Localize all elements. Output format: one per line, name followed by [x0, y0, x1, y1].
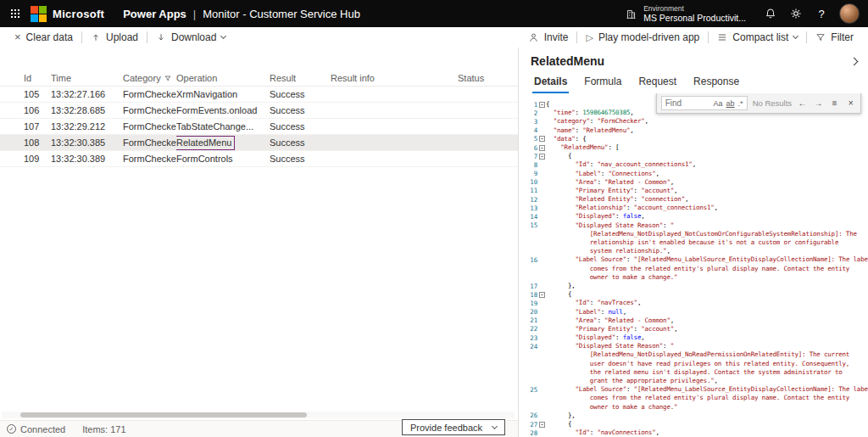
find-previous-icon[interactable]: ← [797, 98, 808, 108]
table-cell[interactable]: Success [270, 89, 331, 99]
line-number: 24 [522, 343, 537, 350]
table-cell[interactable]: 13:32:27.166 [51, 89, 123, 99]
line-number: 19 [522, 300, 537, 307]
environment-picker[interactable]: Environment MS Personal Productivit... [614, 0, 758, 27]
column-header-id[interactable]: Id [24, 73, 51, 83]
settings-button[interactable] [783, 0, 809, 27]
fold-toggle-icon[interactable] [539, 292, 545, 298]
table-cell[interactable]: FormEvents.onload [176, 105, 270, 115]
column-header-operation[interactable]: Operation [176, 73, 270, 83]
table-header: Id Time Category Operation Result Result… [0, 70, 518, 87]
provide-feedback-button[interactable]: Provide feedback [402, 419, 505, 435]
code-line: [RelatedMenu_NotDisplayed_NoReadPermissi… [546, 350, 868, 359]
download-button[interactable]: Download [150, 27, 231, 48]
bell-icon [765, 8, 776, 20]
table-row[interactable]: 10613:32:28.685FormCheckerFormEvents.onl… [0, 103, 518, 119]
table-cell[interactable]: 13:32:29.212 [51, 121, 123, 132]
table-cell[interactable]: XrmNavigation [176, 89, 270, 99]
fold-toggle-icon[interactable] [539, 154, 545, 160]
find-next-icon[interactable]: → [813, 98, 824, 108]
divider [81, 31, 82, 43]
regex-toggle-icon[interactable]: .* [738, 99, 743, 108]
tab-formula[interactable]: Formula [576, 70, 630, 93]
table-cell[interactable]: FormChecker [123, 121, 176, 132]
upload-label: Upload [106, 31, 138, 43]
table-cell[interactable]: RelatedMenu [176, 136, 270, 150]
tab-details[interactable]: Details [526, 70, 576, 93]
table-cell[interactable]: FormChecker [123, 137, 176, 148]
table-cell[interactable]: FormChecker [123, 105, 176, 115]
upload-button[interactable]: Upload [85, 27, 144, 48]
column-header-category[interactable]: Category [123, 73, 176, 83]
table-cell[interactable]: 106 [24, 105, 51, 115]
find-in-selection-icon[interactable]: ≡ [829, 98, 840, 108]
divider [806, 31, 807, 43]
table-cell[interactable]: FormControls [176, 154, 270, 164]
line-number: 8 [522, 161, 537, 169]
code-lines[interactable]: { "time": 1598646750385, "category": "Fo… [546, 100, 868, 437]
microsoft-logo-text: Microsoft [53, 8, 104, 20]
column-header-status[interactable]: Status [458, 73, 518, 83]
waffle-menu-button[interactable] [0, 0, 31, 27]
table-row[interactable]: 10913:32:30.389FormCheckerFormControlsSu… [0, 151, 518, 167]
table-cell[interactable]: Success [270, 137, 331, 148]
collapse-panel-chevron-icon[interactable] [850, 57, 859, 65]
clear-data-button[interactable]: × Clear data [8, 27, 79, 48]
table-cell[interactable]: 13:32:30.385 [51, 137, 123, 148]
table-cell[interactable]: 13:32:30.389 [51, 154, 123, 164]
table-cell[interactable]: 108 [24, 137, 51, 148]
microsoft-logo[interactable]: Microsoft [31, 6, 113, 22]
table-cell[interactable]: Success [270, 105, 331, 115]
tab-request[interactable]: Request [630, 70, 685, 93]
help-button[interactable]: ? [809, 0, 834, 27]
avatar[interactable] [839, 3, 860, 24]
fold-toggle-icon[interactable] [539, 136, 545, 142]
table-cell[interactable]: 109 [24, 154, 51, 164]
table-row[interactable]: 10513:32:27.166FormCheckerXrmNavigationS… [0, 87, 518, 103]
code-line: }, [546, 412, 868, 420]
fold-toggle-icon[interactable] [539, 422, 545, 428]
code-line: comes from the related entity's plural d… [546, 394, 868, 402]
fold-toggle-icon[interactable] [539, 145, 545, 151]
table-cell[interactable]: TabStateChange... [176, 121, 270, 132]
line-number: 1 [522, 101, 537, 109]
selected-operation-cell[interactable]: RelatedMenu [176, 136, 235, 150]
tab-response[interactable]: Response [685, 70, 748, 93]
table-row[interactable]: 10713:32:29.212FormCheckerTabStateChange… [0, 119, 518, 135]
find-close-icon[interactable]: × [845, 98, 856, 108]
json-code-editor[interactable]: Find Aa ab .* No Results ← → ≡ × 1234567… [519, 93, 868, 437]
code-line: { [546, 152, 868, 160]
notifications-button[interactable] [758, 0, 783, 27]
table-cell[interactable]: Success [270, 154, 331, 164]
play-model-driven-app-button[interactable]: ▷ Play model-driven app [580, 27, 705, 48]
gutter-line: 18 [519, 290, 546, 299]
download-icon [156, 32, 166, 42]
table-cell[interactable]: FormChecker [123, 154, 176, 164]
table-row[interactable]: 10813:32:30.385FormCheckerRelatedMenuSuc… [0, 135, 518, 151]
match-case-toggle-icon[interactable]: Aa [714, 99, 723, 108]
find-input[interactable]: Find Aa ab .* [661, 96, 748, 110]
column-header-result[interactable]: Result [270, 73, 331, 83]
column-header-result-info[interactable]: Result info [331, 73, 458, 83]
filter-button[interactable]: Filter [810, 27, 860, 48]
table-cell[interactable]: 107 [24, 121, 51, 132]
invite-button[interactable]: Invite [522, 27, 575, 48]
gutter-line: 7 [519, 152, 546, 160]
table-cell[interactable]: 105 [24, 89, 51, 99]
table-cell[interactable]: Success [270, 121, 331, 132]
code-line: "Label Source": "[RelatedMenu_LabelSourc… [546, 385, 868, 394]
gutter-line: 6 [519, 143, 546, 152]
column-header-time[interactable]: Time [51, 73, 123, 83]
compact-list-button[interactable]: Compact list [711, 27, 804, 48]
play-icon: ▷ [586, 32, 593, 43]
filter-label: Filter [831, 31, 854, 43]
table-cell[interactable]: 13:32:28.685 [51, 105, 123, 115]
product-name[interactable]: Power Apps [123, 8, 186, 20]
environment-name: MS Personal Productivit... [643, 13, 746, 24]
whole-word-toggle-icon[interactable]: ab [726, 99, 735, 108]
code-line: "RelatedMenu": [ [546, 143, 868, 152]
table-cell[interactable]: FormChecker [123, 89, 176, 99]
horizontal-scrollbar[interactable] [2, 412, 515, 418]
fold-toggle-icon[interactable] [539, 102, 545, 108]
scrollbar-thumb[interactable] [20, 412, 307, 417]
